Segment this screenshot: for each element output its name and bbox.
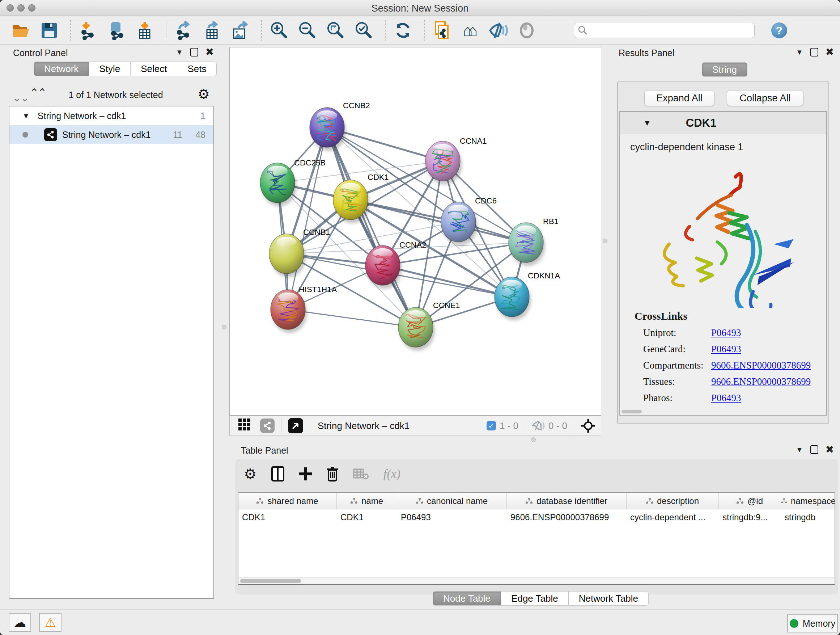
expand-all-button[interactable]: Expand All <box>644 90 714 106</box>
crosslink-link[interactable]: P06493 <box>711 344 741 355</box>
table-cell[interactable]: CDK1 <box>238 509 337 525</box>
warnings-button[interactable]: ⚠ <box>39 613 62 632</box>
results-panel-close-icon[interactable]: ✖ <box>826 48 834 56</box>
help-button[interactable]: ? <box>771 22 787 38</box>
network-canvas[interactable]: CCNB2CCNA1CDC25BCDK1CDC6RB1CCNB1CCNA2CDK… <box>229 47 601 416</box>
memory-button[interactable]: Memory <box>787 614 838 632</box>
protein-structure-image <box>645 156 801 308</box>
collection-expand-icon[interactable]: ▼ <box>22 112 30 120</box>
collapse-all-networks-icon[interactable]: ⌄⌄ <box>12 91 28 104</box>
save-session-button[interactable] <box>39 20 59 41</box>
column-header[interactable]: database identifier <box>507 493 627 509</box>
import-network-database-button[interactable] <box>106 20 126 41</box>
table-cell[interactable]: stringdb <box>781 509 835 525</box>
export-table-button[interactable] <box>202 20 222 41</box>
table-hscrollbar-thumb[interactable] <box>240 579 301 583</box>
gray-eye-icon[interactable] <box>516 20 537 41</box>
table-settings-gear-icon[interactable]: ⚙ <box>244 466 257 482</box>
import-table-file-button[interactable] <box>134 20 155 41</box>
show-columns-icon[interactable] <box>271 466 284 481</box>
cloud-icon: ☁ <box>14 615 26 630</box>
table-toolbar: ⚙ f(x) <box>244 466 401 482</box>
tab-sets[interactable]: Sets <box>177 62 217 76</box>
tab-string[interactable]: String <box>702 62 747 77</box>
refresh-button[interactable] <box>393 20 413 41</box>
node-label: RB1 <box>543 217 559 226</box>
table-hscrollbar[interactable] <box>239 578 834 584</box>
cdk1-collapse-icon[interactable]: ▼ <box>643 119 651 128</box>
network-collection-row[interactable]: ▼ String Network – cdk1 1 <box>9 106 213 125</box>
control-panel-collapse-icon[interactable]: ▼ <box>176 48 183 57</box>
tab-select[interactable]: Select <box>131 62 177 76</box>
table-panel-collapse-icon[interactable]: ▼ <box>796 446 803 454</box>
zoom-in-button[interactable] <box>269 20 289 41</box>
tab-network[interactable]: Network <box>34 62 89 76</box>
delete-column-icon[interactable] <box>326 466 339 481</box>
control-panel-tabs: Network Style Select Sets <box>34 62 217 76</box>
bottom-splitter-handle[interactable] <box>531 437 536 442</box>
cdk1-gene-name: CDK1 <box>686 117 716 130</box>
right-splitter-handle[interactable] <box>603 239 607 243</box>
results-panel-collapse-icon[interactable]: ▼ <box>796 48 803 57</box>
table-row[interactable]: CDK1CDK1P064939606.ENSP00000378699cyclin… <box>238 509 835 525</box>
tab-network-table[interactable]: Network Table <box>569 591 649 606</box>
export-image-button[interactable] <box>230 20 250 41</box>
results-panel-float-icon[interactable] <box>810 48 818 57</box>
column-header[interactable]: @id <box>719 493 781 509</box>
column-header[interactable]: name <box>337 493 397 509</box>
node-table[interactable]: shared namenamecanonical namedatabase id… <box>238 492 835 585</box>
table-cell[interactable]: P06493 <box>397 509 507 525</box>
control-panel-close-icon[interactable]: ✖ <box>205 48 214 56</box>
open-session-button[interactable] <box>11 20 31 41</box>
expand-all-networks-icon[interactable]: ⌃⌃ <box>30 86 46 99</box>
search-input[interactable] <box>574 23 755 38</box>
collapse-all-button[interactable]: Collapse All <box>727 90 804 106</box>
cdk1-card-header[interactable]: ▼ CDK1 <box>620 112 826 134</box>
node-label: CDC6 <box>475 196 497 205</box>
show-hide-graphics-button[interactable] <box>488 20 508 41</box>
function-builder-icon-disabled: f(x) <box>384 467 401 481</box>
crosslink-link[interactable]: 9606.ENSP00000378699 <box>711 376 811 387</box>
open-in-window-icon[interactable] <box>288 418 303 433</box>
control-panel-float-icon[interactable] <box>190 48 198 57</box>
duplicate-network-button[interactable] <box>432 20 452 41</box>
network-node-CCNB1 <box>269 234 304 274</box>
crosslink-link[interactable]: P06493 <box>711 393 741 404</box>
toolbar-separator <box>166 20 166 41</box>
left-splitter-handle[interactable] <box>222 325 226 329</box>
network-node-CDC6 <box>441 202 476 242</box>
cloud-status-button[interactable]: ☁ <box>9 613 31 632</box>
export-network-button[interactable] <box>174 20 194 41</box>
add-column-icon[interactable] <box>299 467 312 480</box>
column-header[interactable]: description <box>627 493 719 509</box>
tab-node-table[interactable]: Node Table <box>433 591 501 606</box>
tab-edge-table[interactable]: Edge Table <box>501 591 569 606</box>
table-panel-float-icon[interactable] <box>810 445 818 454</box>
network-node-count: 11 <box>173 130 182 140</box>
selected-checkbox-icon[interactable]: ✓ <box>486 421 496 431</box>
table-cell[interactable]: stringdb:9... <box>719 509 781 525</box>
network-row-selected[interactable]: String Network – cdk1 11 48 <box>9 125 213 144</box>
string-badge-icon[interactable] <box>260 418 275 433</box>
birds-eye-view-icon[interactable] <box>238 418 251 433</box>
import-network-file-button[interactable] <box>78 20 98 41</box>
tab-style[interactable]: Style <box>89 62 131 76</box>
crosslink-link[interactable]: 9606.ENSP00000378699 <box>711 360 811 371</box>
table-panel-close-icon[interactable]: ✖ <box>826 446 834 454</box>
zoom-fit-button[interactable] <box>325 20 346 41</box>
results-panel-title: Results Panel <box>619 48 674 58</box>
crosslink-link[interactable]: P06493 <box>711 327 741 339</box>
table-cell[interactable]: 9606.ENSP00000378699 <box>507 509 627 525</box>
table-cell[interactable]: cyclin-dependent ... <box>627 509 719 525</box>
column-header[interactable]: namespace <box>781 493 835 509</box>
fit-selected-crosshair-icon[interactable] <box>581 418 596 433</box>
home-networks-icon[interactable]: ⌂⌂ <box>460 20 480 41</box>
zoom-out-button[interactable] <box>297 20 317 41</box>
column-header[interactable]: shared name <box>238 493 337 509</box>
table-cell[interactable]: CDK1 <box>337 509 397 525</box>
network-options-gear-icon[interactable]: ⚙ <box>197 86 210 102</box>
network-node-CCNE1 <box>398 307 433 347</box>
zoom-selected-button[interactable] <box>354 20 374 41</box>
column-header[interactable]: canonical name <box>397 493 507 509</box>
card-hscrollbar-thumb[interactable] <box>622 410 642 413</box>
